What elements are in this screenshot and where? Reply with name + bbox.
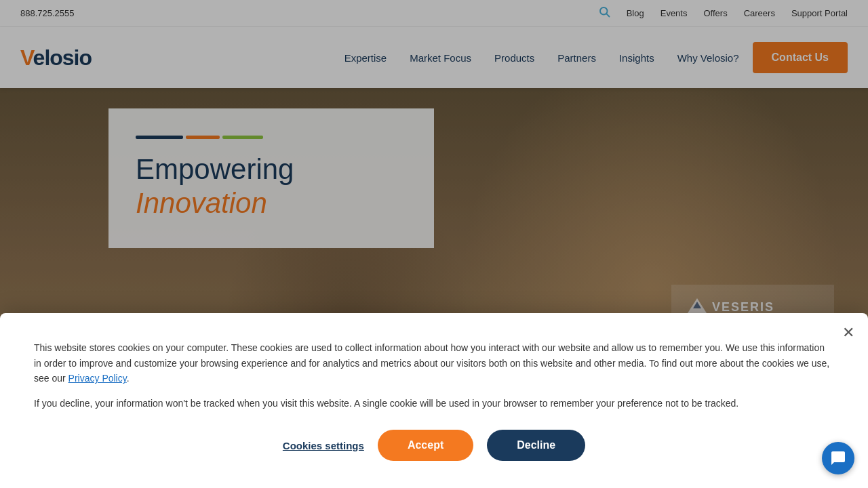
cookie-close-button[interactable]: ✕ [842,324,854,342]
cookie-text-primary: This website stores cookies on your comp… [34,340,834,386]
cookie-text-secondary: If you decline, your information won't b… [34,396,834,411]
cookies-settings-button[interactable]: Cookies settings [283,440,364,451]
cookie-actions: Cookies settings Accept Decline [34,430,834,461]
cookie-consent-modal: ✕ This website stores cookies on your co… [0,313,868,488]
chat-icon [830,450,846,466]
decline-button[interactable]: Decline [487,430,585,461]
accept-button[interactable]: Accept [378,430,473,461]
privacy-policy-link[interactable]: Privacy Policy [68,373,127,384]
chat-widget-button[interactable] [822,442,854,474]
